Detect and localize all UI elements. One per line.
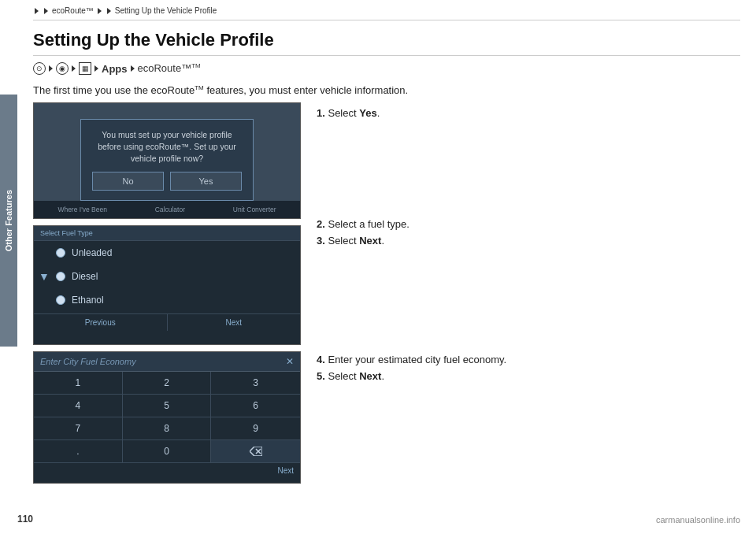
instruction-1: 1. Select Yes.	[317, 106, 740, 122]
breadcrumb-sep1	[98, 8, 102, 14]
nav-ecoroute-label: ecoRoute™TM	[138, 62, 201, 74]
nav-arrow3	[94, 65, 98, 72]
fuel-option-unleaded[interactable]: Unleaded	[34, 241, 300, 265]
gps-icon: ⊙	[33, 62, 46, 75]
instr-bold-5: Next	[359, 370, 381, 382]
instr-num-5: 5.	[317, 370, 325, 382]
key-2[interactable]: 2	[123, 372, 212, 395]
dialog-text: You must set up your vehicle profile bef…	[92, 129, 242, 164]
instruction-2: 2. Select a fuel type.	[317, 217, 740, 233]
key-8[interactable]: 8	[123, 417, 212, 440]
screen2-header: Select Fuel Type	[34, 226, 300, 241]
nav-arrow4	[131, 65, 135, 72]
instruction-5: 5. Select Next.	[317, 369, 740, 385]
breadcrumb-triangle2	[44, 8, 48, 14]
instr-text-5: Select	[328, 370, 359, 382]
bottom-item2: Calculator	[155, 206, 185, 213]
square-icon: ▦	[79, 62, 91, 75]
key-7[interactable]: 7	[34, 417, 123, 440]
breadcrumb-triangle3	[107, 8, 111, 14]
breadcrumb-item1: ecoRoute™	[52, 6, 94, 15]
key-backspace[interactable]	[211, 440, 300, 463]
right-column: 1. Select Yes. 2. Select a fuel type. 3.…	[317, 102, 740, 490]
dialog-no-button[interactable]: No	[92, 172, 164, 191]
fuel-radio-ethanol	[56, 295, 65, 305]
nav-arrow2	[72, 65, 76, 72]
sidebar-tab: Other Features	[0, 95, 17, 347]
key-9[interactable]: 9	[211, 417, 300, 440]
instr-num-3: 3.	[317, 235, 325, 247]
nav-path: ⊙ ◉ ▦ Apps ecoRoute™TM	[33, 62, 740, 75]
fuel-label-diesel: Diesel	[72, 271, 98, 282]
fuel-radio-unleaded	[56, 248, 65, 258]
key-5[interactable]: 5	[123, 395, 212, 417]
svg-marker-0	[250, 447, 262, 456]
page-title: Setting Up the Vehicle Profile	[33, 30, 740, 56]
fuel-label-unleaded: Unleaded	[72, 247, 112, 258]
two-col-layout: You must set up your vehicle profile bef…	[33, 102, 740, 490]
instruction-block-4-5: 4. Enter your estimated city fuel econom…	[317, 352, 740, 385]
dialog-buttons: No Yes	[92, 172, 242, 191]
instr-bold-1: Yes	[359, 107, 376, 119]
instr-bold-3: Next	[359, 235, 381, 247]
backspace-icon	[250, 447, 262, 456]
fuel-radio-diesel	[56, 272, 65, 281]
left-column: You must set up your vehicle profile bef…	[33, 102, 301, 490]
instruction-block-1: 1. Select Yes.	[317, 106, 740, 122]
key-1[interactable]: 1	[34, 372, 123, 395]
screen3-input-bar: Enter City Fuel Economy ✕	[34, 352, 300, 372]
instruction-block-2-3: 2. Select a fuel type. 3. Select Next.	[317, 217, 740, 250]
fuel-label-ethanol: Ethanol	[72, 295, 104, 306]
screen3-next-button[interactable]: Next	[34, 463, 300, 478]
key-0[interactable]: 0	[123, 440, 212, 463]
screen2-nav-bar: Previous Next	[34, 313, 300, 331]
description: The first time you use the ecoRouteTM fe…	[33, 84, 740, 96]
instr-num-2: 2.	[317, 218, 325, 230]
key-4[interactable]: 4	[34, 395, 123, 417]
circle-icon: ◉	[56, 62, 69, 75]
scroll-down-icon: ▼	[39, 270, 50, 283]
instr-num-1: 1.	[317, 107, 325, 119]
screen1-dialog: You must set up your vehicle profile bef…	[33, 102, 301, 219]
main-content: ecoRoute™ Setting Up the Vehicle Profile…	[17, 0, 756, 534]
dialog-box: You must set up your vehicle profile bef…	[80, 119, 254, 201]
screen3-close-icon[interactable]: ✕	[286, 356, 294, 367]
nav-apps-label: Apps	[102, 63, 128, 75]
screen3-input-placeholder[interactable]: Enter City Fuel Economy	[40, 357, 136, 366]
page-number: 110	[17, 514, 33, 525]
watermark: carmanualsonline.info	[656, 515, 740, 525]
instr-text-4: Enter your estimated city fuel economy.	[328, 354, 506, 365]
screen1-bottom-bar: Where I've Been Calculator Unit Converte…	[34, 201, 300, 218]
key-dot[interactable]: .	[34, 440, 123, 463]
breadcrumb: ecoRoute™ Setting Up the Vehicle Profile	[33, 0, 740, 20]
screen3-keypad: Enter City Fuel Economy ✕ 1 2 3 4 5 6 7 …	[33, 351, 301, 484]
screen2-previous-button[interactable]: Previous	[34, 314, 168, 331]
key-3[interactable]: 3	[211, 372, 300, 395]
instr-after-5: .	[381, 370, 384, 382]
fuel-option-diesel[interactable]: Diesel	[34, 265, 300, 288]
key-6[interactable]: 6	[211, 395, 300, 417]
breadcrumb-triangle1	[35, 8, 39, 14]
bottom-item1: Where I've Been	[57, 206, 107, 213]
bottom-item3: Unit Converter	[233, 206, 276, 213]
sidebar-label: Other Features	[4, 190, 13, 251]
instr-text-3: Select	[328, 235, 359, 247]
instr-text-1: Select	[328, 107, 359, 119]
dialog-yes-button[interactable]: Yes	[170, 172, 242, 191]
screen2-fuel: Select Fuel Type ▼ Unleaded Diesel Ethan…	[33, 225, 301, 345]
screen2-next-button[interactable]: Next	[168, 314, 301, 331]
instr-text-2: Select a fuel type.	[328, 218, 409, 230]
instruction-3: 3. Select Next.	[317, 233, 740, 250]
keypad: 1 2 3 4 5 6 7 8 9 . 0	[34, 372, 300, 463]
instr-num-4: 4.	[317, 354, 325, 365]
instr-after-1: .	[377, 107, 380, 119]
fuel-option-ethanol[interactable]: Ethanol	[34, 288, 300, 312]
breadcrumb-item2: Setting Up the Vehicle Profile	[115, 6, 217, 15]
instr-after-3: .	[381, 235, 384, 247]
instruction-4: 4. Enter your estimated city fuel econom…	[317, 352, 740, 369]
nav-arrow1	[49, 65, 53, 72]
